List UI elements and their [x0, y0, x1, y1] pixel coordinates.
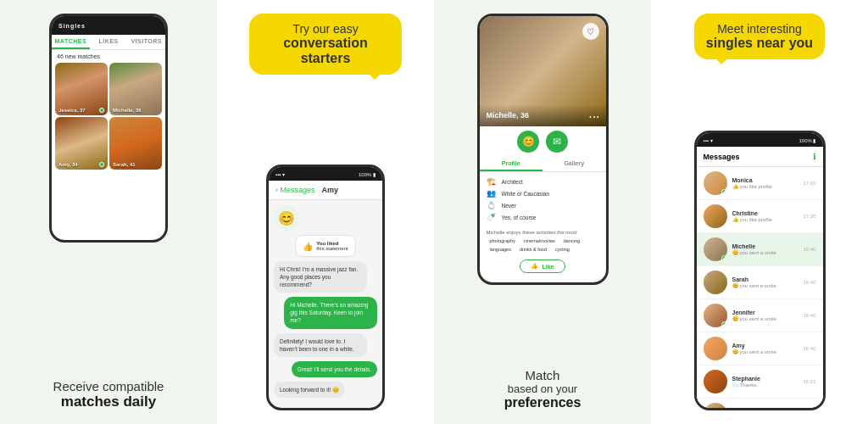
- info-icon[interactable]: ℹ: [813, 152, 816, 161]
- msg-preview: 😊 you sent a smile: [732, 315, 798, 321]
- caption-line1: Receive compatible: [53, 379, 164, 393]
- msg-preview: 👍 you like profile: [732, 183, 798, 189]
- favorite-icon[interactable]: ♡: [582, 23, 599, 40]
- panel-1-caption: Receive compatible matches daily: [53, 379, 164, 410]
- signal-icons: ▪▪▪ ▾: [275, 171, 285, 177]
- bubble4-line1: Meet interesting: [706, 22, 813, 36]
- chat-contact: Amy: [322, 186, 339, 194]
- tab-visitors[interactable]: VISITORS: [127, 35, 165, 49]
- avatar: [704, 171, 727, 195]
- msg-info: Stephanie ✉️ Thanks.: [732, 376, 798, 388]
- msg-name: Sarah: [732, 276, 798, 282]
- battery: 100% ▮: [359, 171, 376, 177]
- avatar: [704, 237, 727, 261]
- msg-info: Jennifer 😊 you sent a smile: [732, 310, 798, 321]
- phone-frame-3: ♡ Michelle, 36 • • • 😊 ✉ Profile Gallery…: [477, 14, 609, 285]
- msg-info: Rachel 👍 you like profile: [732, 409, 798, 410]
- phone-frame-2: ▪▪▪ ▾ 100% ▮ ‹ Messages Amy 😊 👍 You like…: [266, 165, 385, 410]
- messages-title: Messages: [704, 153, 740, 161]
- match-cell[interactable]: Michelle, 36: [109, 63, 162, 115]
- message-sent: Great! I'll send you the details.: [292, 361, 377, 377]
- bubble-line1: Try our easy: [263, 22, 388, 36]
- liked-card[interactable]: 👍 You liked this statement: [295, 235, 355, 257]
- msg-preview: ✉️ Thanks.: [732, 382, 798, 388]
- married-icon: 💍: [487, 201, 497, 209]
- message-action-icon[interactable]: ✉: [546, 131, 568, 153]
- smiley-action-icon[interactable]: 😊: [517, 131, 539, 153]
- smiley-icon: 😊: [274, 205, 299, 231]
- match-name: Jessica, 37: [58, 108, 86, 113]
- msg-preview: 👍 you like profile: [732, 216, 798, 222]
- bubble4-line2: singles near you: [706, 36, 813, 51]
- msg-time: 17:20: [803, 181, 815, 186]
- list-item[interactable]: Sarah 😊 you sent a smile 16:40: [697, 266, 823, 299]
- online-dot: [721, 321, 727, 327]
- interest-tag: cycling: [552, 246, 573, 253]
- more-options[interactable]: • • •: [589, 114, 598, 120]
- chat-messages: 😊 👍 You liked this statement Hi Chris! I…: [269, 200, 382, 403]
- match-cell[interactable]: Amy, 34: [55, 117, 108, 170]
- tab-matches[interactable]: MATCHES: [52, 35, 90, 49]
- message-sent: Hi Michelle. There's an amazing gig this…: [284, 297, 377, 328]
- like-btn-area: 👍 Like: [480, 256, 606, 276]
- interests-label: Michelle enjoys these activities the mos…: [487, 230, 599, 235]
- msg-info: Michelle 😊 you sent a smile: [732, 243, 798, 255]
- list-item[interactable]: Rachel 👍 you like profile 15:08: [697, 399, 823, 410]
- msg-preview: 😊 you sent a smile: [732, 349, 798, 354]
- detail-row-ethnicity: 👥 White or Caucasian: [487, 189, 599, 198]
- avatar: [704, 337, 727, 360]
- interest-tag: dancing: [560, 237, 583, 244]
- list-item[interactable]: Christine 👍 you like profile 17:20: [697, 200, 823, 233]
- tab-likes[interactable]: LIKES: [90, 35, 128, 49]
- msg-info: Christine 👍 you like profile: [732, 210, 798, 222]
- interest-tag: cinema/movies: [520, 237, 559, 244]
- msg-name: Rachel: [732, 409, 798, 410]
- phone-tabs: MATCHES LIKES VISITORS: [52, 35, 165, 50]
- list-item[interactable]: Monica 👍 you like profile 17:20: [697, 167, 823, 200]
- thumbs-up-icon: 👍: [303, 242, 313, 251]
- msg-name: Stephanie: [732, 376, 798, 382]
- like-icon: 👍: [531, 263, 538, 270]
- children-value: Yes, of course: [502, 215, 537, 220]
- msg-info: Monica 👍 you like profile: [732, 177, 798, 189]
- msg-name: Christine: [732, 210, 798, 216]
- match-name: Sarah, 41: [113, 162, 136, 167]
- message-received: Definitely! I would love to. I haven't b…: [274, 333, 367, 357]
- match-cell[interactable]: Sarah, 41: [109, 117, 162, 170]
- list-item[interactable]: Jennifer 😊 you sent a smile 16:40: [697, 299, 823, 332]
- back-button[interactable]: ‹ Messages: [275, 186, 315, 194]
- tab-gallery[interactable]: Gallery: [542, 157, 606, 171]
- interest-tag: languages: [487, 246, 515, 253]
- message-list: Monica 👍 you like profile 17:20 Christin…: [697, 167, 823, 410]
- msg-name: Jennifer: [732, 310, 798, 315]
- message-received: Hi Chris! I'm a massive jazz fan. Any go…: [274, 261, 367, 293]
- interests-section: Michelle enjoys these activities the mos…: [480, 226, 606, 256]
- match-name: Michelle, 36: [113, 108, 142, 113]
- profile-name: Michelle, 36: [487, 111, 530, 120]
- list-item[interactable]: Stephanie ✉️ Thanks. 16:21: [697, 365, 823, 399]
- message-received: Looking forward to it! 😊: [274, 382, 345, 398]
- avatar: [704, 304, 727, 327]
- list-item[interactable]: Amy 😊 you sent a smile 16:40: [697, 332, 823, 365]
- panel-profile: ♡ Michelle, 36 • • • 😊 ✉ Profile Gallery…: [434, 0, 651, 424]
- msg-name: Monica: [732, 177, 798, 183]
- profile-details: 🏗️ Architect 👥 White or Caucasian 💍 Neve…: [480, 172, 606, 226]
- phone-frame-4: ▪▪▪ ▾ 100% ▮ Messages ℹ Monica 👍 you lik…: [694, 131, 826, 410]
- match-cell[interactable]: Jessica, 37: [55, 63, 108, 115]
- like-button[interactable]: 👍 Like: [520, 259, 565, 273]
- msg-info: Sarah 😊 you sent a smile: [732, 276, 798, 288]
- match-count: 46 new matches: [52, 50, 165, 63]
- caption-line2: based on your: [504, 382, 581, 395]
- msg-time: 16:40: [803, 247, 815, 252]
- caption-preferences: preferences: [504, 395, 581, 410]
- signal-4: ▪▪▪ ▾: [704, 137, 713, 143]
- bubble-line2: conversation starters: [263, 36, 388, 66]
- msg-preview: 😊 you sent a smile: [732, 282, 798, 288]
- speech-bubble-conversation: Try our easy conversation starters: [249, 14, 402, 75]
- msg-time: 16:40: [803, 280, 815, 285]
- panel-3-caption: Match based on your preferences: [504, 368, 581, 410]
- married-value: Never: [502, 203, 516, 209]
- tab-profile[interactable]: Profile: [480, 157, 543, 171]
- list-item-highlighted[interactable]: Michelle 😊 you sent a smile 16:40: [697, 233, 823, 266]
- ethnicity-icon: 👥: [487, 189, 497, 198]
